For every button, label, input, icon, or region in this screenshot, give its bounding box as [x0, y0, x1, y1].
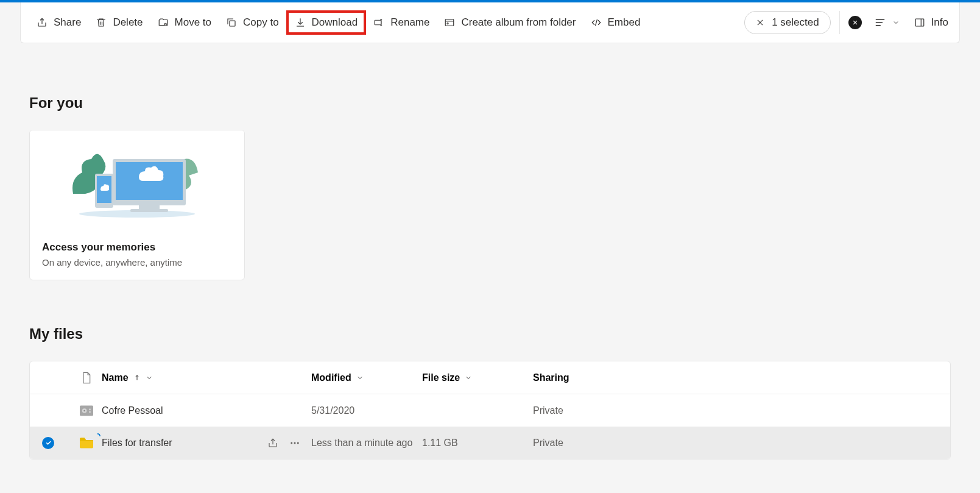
- sort-asc-icon: [133, 374, 141, 381]
- svg-rect-1: [230, 21, 235, 26]
- info-icon: [914, 17, 925, 28]
- embed-button[interactable]: Embed: [583, 12, 648, 34]
- row-name: Files for transfer: [102, 438, 263, 449]
- share-icon: [37, 17, 48, 28]
- rename-icon: [373, 17, 384, 28]
- share-icon[interactable]: [267, 438, 278, 449]
- files-table: Name Modified File size Sharing Cofre Pe…: [29, 361, 951, 459]
- syncing-badge-icon: [94, 433, 100, 439]
- svg-rect-3: [446, 20, 454, 26]
- checked-icon: [42, 437, 54, 449]
- close-icon: [756, 18, 764, 27]
- album-icon: [444, 17, 455, 28]
- row-modified: Less than a minute ago: [311, 438, 422, 449]
- table-row[interactable]: Files for transfer Less than a minute ag…: [30, 427, 950, 459]
- size-column-header[interactable]: File size: [422, 372, 533, 383]
- embed-label: Embed: [608, 16, 641, 29]
- table-header: Name Modified File size Sharing: [30, 361, 950, 394]
- copy-icon: [226, 17, 237, 28]
- table-row[interactable]: Cofre Pessoal 5/31/2020 Private: [30, 394, 950, 427]
- toolbar-divider: [839, 11, 840, 34]
- for-you-heading: For you: [29, 94, 951, 112]
- svg-rect-5: [915, 19, 924, 26]
- chevron-down-icon: [356, 374, 364, 381]
- create-album-button[interactable]: Create album from folder: [437, 12, 583, 34]
- copyto-label: Copy to: [243, 16, 279, 29]
- info-label: Info: [931, 16, 948, 29]
- selection-pill[interactable]: 1 selected: [744, 11, 831, 34]
- chevron-down-icon: [146, 374, 153, 381]
- vault-icon: [71, 405, 102, 416]
- sort-icon: [874, 18, 886, 27]
- trash-icon: [96, 17, 107, 28]
- row-modified: 5/31/2020: [311, 405, 422, 416]
- share-label: Share: [54, 16, 81, 29]
- svg-point-15: [83, 410, 85, 411]
- row-checkbox[interactable]: [42, 437, 71, 449]
- memories-card-subtitle: On any device, anywhere, anytime: [42, 257, 232, 268]
- rename-label: Rename: [390, 16, 429, 29]
- download-button[interactable]: Download: [286, 10, 367, 35]
- row-sharing: Private: [533, 405, 938, 416]
- svg-rect-9: [139, 205, 160, 209]
- album-label: Create album from folder: [461, 16, 576, 29]
- sort-button[interactable]: [870, 14, 903, 31]
- chevron-down-icon: [892, 19, 900, 26]
- embed-icon: [591, 17, 602, 28]
- selected-count: 1 selected: [772, 16, 819, 29]
- svg-point-4: [447, 23, 448, 24]
- svg-rect-16: [89, 408, 91, 410]
- row-size: 1.11 GB: [422, 438, 533, 449]
- action-toolbar: Share Delete Move to Copy to Download: [20, 2, 960, 43]
- modified-column-header[interactable]: Modified: [311, 372, 422, 383]
- memories-card-title: Access your memories: [42, 241, 232, 254]
- moveto-label: Move to: [175, 16, 211, 29]
- row-sharing: Private: [533, 438, 938, 449]
- download-icon: [295, 17, 306, 28]
- my-files-heading: My files: [29, 325, 951, 342]
- svg-point-18: [291, 442, 292, 444]
- svg-point-20: [297, 442, 299, 444]
- delete-label: Delete: [113, 16, 143, 29]
- sharing-column-header[interactable]: Sharing: [533, 372, 938, 383]
- name-column-header[interactable]: Name: [102, 372, 311, 383]
- clear-selection-button[interactable]: [848, 16, 862, 29]
- svg-rect-2: [375, 20, 381, 25]
- delete-button[interactable]: Delete: [88, 12, 150, 34]
- svg-point-19: [294, 442, 296, 444]
- moveto-icon: [158, 17, 169, 28]
- more-icon[interactable]: [289, 438, 300, 449]
- download-label: Download: [312, 16, 358, 29]
- memories-illustration: [30, 130, 244, 233]
- chevron-down-icon: [465, 374, 472, 381]
- moveto-button[interactable]: Move to: [150, 12, 219, 34]
- row-name: Cofre Pessoal: [102, 405, 311, 416]
- share-button[interactable]: Share: [29, 12, 88, 34]
- info-button[interactable]: Info: [912, 12, 951, 34]
- file-type-icon: [71, 372, 102, 384]
- svg-rect-17: [89, 411, 91, 413]
- folder-icon: [71, 438, 102, 449]
- memories-card[interactable]: Access your memories On any device, anyw…: [29, 130, 245, 280]
- copyto-button[interactable]: Copy to: [219, 12, 286, 34]
- svg-rect-10: [130, 209, 168, 212]
- rename-button[interactable]: Rename: [366, 12, 437, 34]
